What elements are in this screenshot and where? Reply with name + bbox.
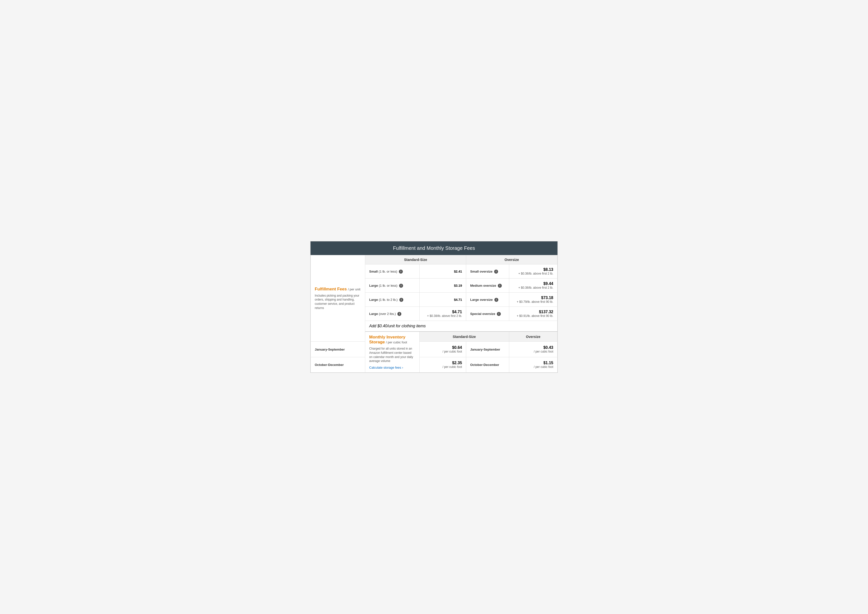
info-icon-over-1[interactable]: i [494,270,498,274]
std-price-1: $2.41 [420,264,466,278]
main-container: Fulfillment and Monthly Storage Fees Ful… [310,241,558,373]
clothing-note: Add $0.40/unit for clothing items [365,320,558,331]
page-title: Fulfillment and Monthly Storage Fees [310,241,558,255]
info-icon-std-2[interactable]: i [399,284,403,288]
storage-row-1: January-September $0.64 / per cubic foot… [311,342,558,357]
std-name-1: Small (1 lb. or less) i [365,264,420,278]
over-name-4: Special oversize i [466,306,509,320]
over-name-1: Small oversize i [466,264,509,278]
over-name-2: Medium oversize i [466,278,509,292]
storage-title: Monthly Inventory Storage / per cubic fo… [369,335,415,345]
std-name-4: Large (over 2 lbs.) i [365,306,420,320]
oversize-header: Oversize [466,255,558,264]
fulfillment-header-row: Fulfillment Fees / per unit Includes pic… [311,255,558,264]
over-price-3: $73.18 + $0.79/lb. above first 90 lb. [509,292,557,306]
storage-std-price-1: $0.64 / per cubic foot [420,342,466,357]
fulfillment-label-cell: Fulfillment Fees / per unit Includes pic… [311,255,365,342]
info-icon-over-2[interactable]: i [498,284,502,288]
info-icon-std-1[interactable]: i [399,270,403,274]
fulfillment-title: Fulfillment Fees / per unit [315,287,361,292]
std-price-2: $3.19 [420,278,466,292]
storage-std-price-2: $2.35 / per cubic foot [420,357,466,372]
std-name-3: Large (1 lb. to 2 lb.) i [365,292,420,306]
over-price-2: $9.44 + $0.38/lb. above first 2 lb. [509,278,557,292]
storage-over-period-2: October-December [466,357,509,372]
storage-over-price-1: $0.43 / per cubic foot [509,342,557,357]
fees-table: Fulfillment Fees / per unit Includes pic… [310,255,558,373]
storage-label-cell: Monthly Inventory Storage / per cubic fo… [365,331,420,373]
info-icon-std-4[interactable]: i [397,312,401,316]
std-size-header: Standard-Size [365,255,466,264]
storage-std-period-1: January-September [311,342,365,357]
storage-over-header: Oversize [509,331,557,342]
storage-link[interactable]: Calculate storage fees › [369,366,415,369]
storage-std-header: Standard-Size [420,331,509,342]
storage-std-period-2: October-December [311,357,365,372]
storage-row-2: October-December $2.35 / per cubic foot … [311,357,558,372]
over-price-1: $8.13 + $0.38/lb. above first 2 lb. [509,264,557,278]
over-price-4: $137.32 + $0.91/lb. above first 90 lb. [509,306,557,320]
storage-over-period-1: January-September [466,342,509,357]
std-price-3: $4.71 [420,292,466,306]
over-name-3: Large oversize i [466,292,509,306]
storage-over-price-2: $1.15 / per cubic foot [509,357,557,372]
info-icon-over-4[interactable]: i [497,312,501,316]
std-price-4: $4.71 + $0.38/lb. above first 2 lb. [420,306,466,320]
info-icon-std-3[interactable]: i [399,298,403,302]
std-name-2: Large (1 lb. or less) i [365,278,420,292]
info-icon-over-3[interactable]: i [494,298,498,302]
